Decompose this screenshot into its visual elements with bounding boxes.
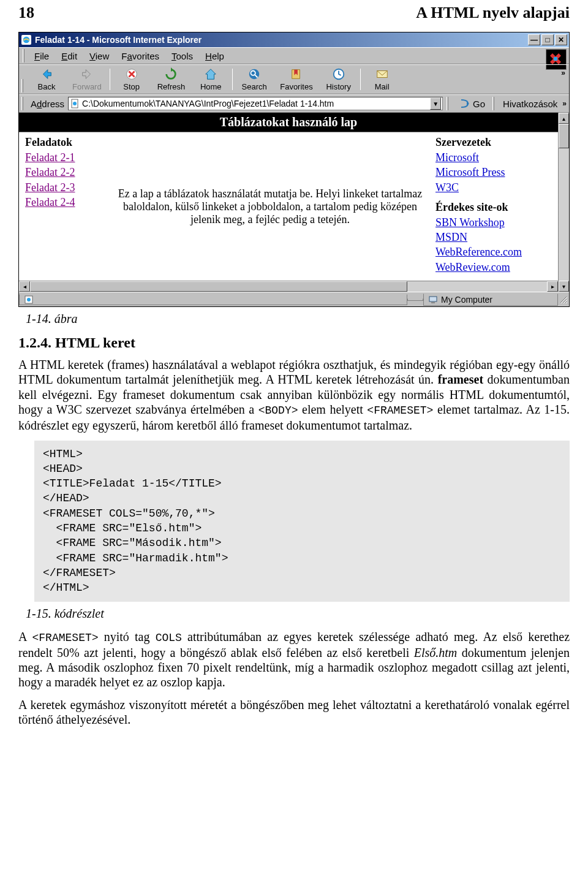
separator [360, 69, 361, 90]
search-icon [247, 67, 261, 81]
address-dropdown-icon[interactable]: ▼ [430, 97, 441, 110]
code-listing: <HTML> <HEAD> <TITLE>Feladat 1-15</TITLE… [34, 441, 570, 602]
back-label: Back [38, 82, 56, 91]
history-button[interactable]: History [319, 66, 358, 93]
address-bar: Address C:\Dokumentumok\TANANYAG\IntProg… [19, 94, 569, 113]
menu-favorites[interactable]: Favorites [115, 50, 165, 63]
address-input[interactable]: C:\Dokumentumok\TANANYAG\IntProg\Fejezet… [68, 97, 443, 110]
vertical-scrollbar[interactable]: ▴ ▾ [558, 113, 569, 292]
scroll-down-icon[interactable]: ▾ [559, 281, 569, 292]
left-heading: Feladatok [25, 136, 105, 149]
status-cell [407, 298, 423, 301]
go-icon [459, 98, 470, 109]
external-link[interactable]: WebReview.com [435, 260, 552, 275]
grip-icon[interactable] [447, 97, 448, 110]
grip-icon[interactable] [492, 97, 494, 110]
status-zone: My Computer [423, 294, 558, 306]
stop-icon [125, 67, 138, 81]
menu-file[interactable]: File [28, 50, 55, 63]
back-button[interactable]: Back [27, 66, 66, 93]
external-link[interactable]: MSDN [435, 230, 552, 245]
external-link[interactable]: SBN Workshop [435, 215, 552, 230]
scroll-right-icon[interactable]: ▸ [547, 281, 558, 292]
chapter-title: A HTML nyelv alapjai [416, 4, 570, 22]
grip-icon[interactable] [23, 49, 24, 63]
local-link[interactable]: Feladat 2-1 [25, 150, 105, 165]
svg-rect-2 [554, 57, 557, 61]
stop-button[interactable]: Stop [112, 66, 151, 93]
scroll-up-icon[interactable]: ▴ [559, 113, 569, 124]
horizontal-scrollbar[interactable]: ◂ ▸ [19, 281, 558, 292]
search-button[interactable]: Search [235, 66, 274, 93]
toolbar: Back Forward Stop Refresh Home Search Fa… [19, 64, 569, 94]
go-label: Go [473, 99, 485, 109]
menu-help[interactable]: Help [199, 50, 230, 63]
mail-label: Mail [375, 82, 390, 91]
status-zone-label: My Computer [441, 295, 492, 305]
favorites-button[interactable]: Favorites [274, 66, 318, 93]
links-label[interactable]: Hivatkozások [502, 99, 559, 109]
grip-icon[interactable] [21, 79, 23, 93]
home-label: Home [200, 82, 222, 91]
right-heading-1: Szervezetek [435, 136, 552, 149]
grip-icon[interactable] [21, 97, 23, 110]
statusbar: My Computer [19, 292, 569, 306]
address-label: Address [31, 99, 64, 109]
home-icon [204, 67, 217, 81]
mail-icon [375, 67, 389, 81]
right-heading-2: Érdekes site-ok [435, 201, 552, 214]
back-arrow-icon [40, 67, 53, 81]
section-heading: 1.2.4. HTML keret [18, 335, 570, 351]
menu-edit[interactable]: Edit [55, 50, 83, 63]
computer-icon [429, 295, 439, 304]
favorites-icon [290, 67, 303, 81]
svg-point-12 [27, 298, 31, 301]
separator [110, 69, 110, 90]
paragraph: A keretek egymáshoz viszonyított méretét… [18, 697, 570, 727]
document-icon [24, 295, 34, 304]
stop-label: Stop [123, 82, 140, 91]
page-banner: Táblázatokat használó lap [19, 113, 558, 132]
menu-tools[interactable]: Tools [165, 50, 199, 63]
content-viewport: Táblázatokat használó lap Feladatok Fela… [19, 113, 569, 292]
external-link[interactable]: Microsoft [435, 150, 552, 165]
local-link[interactable]: Feladat 2-2 [25, 165, 105, 180]
status-main [19, 294, 407, 305]
listing-caption: 1-15. kódrészlet [26, 607, 570, 621]
scroll-left-icon[interactable]: ◂ [19, 281, 30, 292]
right-column: Szervezetek Microsoft Microsoft Press W3… [429, 132, 558, 281]
left-column: Feladatok Feladat 2-1 Feladat 2-2 Felada… [19, 132, 111, 281]
favorites-label: Favorites [280, 82, 312, 91]
mail-button[interactable]: Mail [363, 66, 402, 93]
local-link[interactable]: Feladat 2-4 [25, 195, 105, 210]
overflow-chevron-icon[interactable]: » [561, 69, 565, 77]
ie-window: Feladat 1-14 - Microsoft Internet Explor… [18, 32, 570, 307]
scroll-thumb[interactable] [559, 124, 569, 148]
close-button[interactable]: ✕ [555, 34, 567, 45]
external-link[interactable]: Microsoft Press [435, 165, 552, 180]
address-value: C:\Dokumentumok\TANANYAG\IntProg\Fejezet… [81, 99, 430, 108]
paragraph: A HTML keretek (frames) használatával a … [18, 357, 570, 433]
overflow-chevron-icon[interactable]: » [562, 99, 567, 108]
resize-grip-icon[interactable] [558, 294, 569, 305]
ie-icon [21, 35, 31, 45]
history-label: History [326, 82, 350, 91]
local-link[interactable]: Feladat 2-3 [25, 180, 105, 195]
titlebar: Feladat 1-14 - Microsoft Internet Explor… [19, 32, 569, 47]
figure-caption: 1-14. ábra [26, 312, 570, 326]
minimize-button[interactable]: — [528, 34, 540, 45]
separator [232, 69, 233, 90]
center-column: Ez a lap a táblázatok használatát mutatj… [111, 132, 429, 281]
external-link[interactable]: WebReference.com [435, 245, 552, 259]
go-button[interactable]: Go [456, 98, 489, 109]
search-label: Search [242, 82, 267, 91]
scroll-thumb[interactable] [30, 281, 407, 292]
center-text: Ez a lap a táblázatok használatát mutatj… [115, 188, 426, 226]
maximize-button[interactable]: □ [541, 34, 554, 45]
external-link[interactable]: W3C [435, 180, 552, 195]
forward-button[interactable]: Forward [66, 66, 108, 93]
home-button[interactable]: Home [191, 66, 230, 93]
history-icon [332, 67, 345, 81]
refresh-button[interactable]: Refresh [151, 66, 192, 93]
menu-view[interactable]: View [83, 50, 115, 63]
